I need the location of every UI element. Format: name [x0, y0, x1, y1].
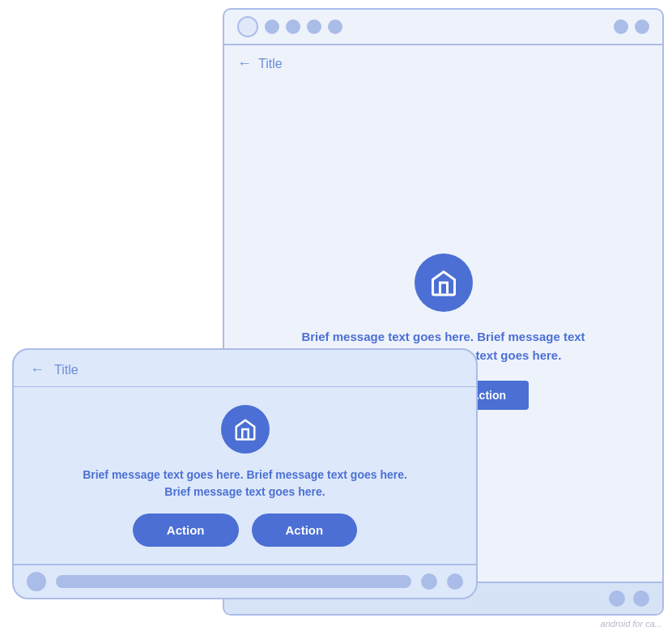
front-screen-message: Brief message text goes here. Brief mess… [75, 467, 415, 501]
home-icon-front [233, 417, 257, 441]
front-screen-icon-circle [221, 405, 270, 454]
status-dots-right [614, 19, 649, 34]
nav-dot-3 [447, 573, 463, 590]
front-screen-bottom-nav [14, 564, 476, 598]
status-dot-4 [307, 19, 321, 34]
front-back-arrow-icon[interactable]: ← [30, 361, 45, 378]
status-dot-2 [265, 19, 279, 34]
watermark: android for ca... [601, 619, 662, 629]
back-screen-app-bar: ← Title [224, 45, 662, 82]
status-dot-1 [237, 16, 258, 37]
status-dots-left [237, 16, 342, 37]
bottom-dot-1 [609, 590, 625, 607]
status-dot-3 [286, 19, 300, 34]
front-screen-action-button-2[interactable]: Action [252, 514, 358, 547]
back-screen-title: Title [258, 57, 283, 71]
front-screen-app-bar: ← Title [14, 350, 476, 387]
back-arrow-icon[interactable]: ← [237, 55, 252, 72]
status-dot-right-1 [614, 19, 628, 34]
status-dot-5 [328, 19, 342, 34]
front-screen-content: Brief message text goes here. Brief mess… [14, 387, 476, 564]
front-screen: ← Title Brief message text goes here. Br… [12, 348, 478, 599]
front-screen-title: Title [54, 363, 79, 377]
front-screen-action-buttons: Action Action [133, 514, 357, 547]
bottom-dot-2 [633, 590, 649, 607]
nav-dot-2 [421, 573, 437, 590]
nav-dot-1 [27, 572, 46, 591]
back-screen-icon-circle [415, 254, 473, 312]
nav-bar-pill [56, 575, 411, 588]
front-screen-action-button-1[interactable]: Action [133, 514, 239, 547]
status-bar [224, 10, 662, 45]
status-dot-right-2 [635, 19, 649, 34]
home-icon [429, 268, 458, 297]
